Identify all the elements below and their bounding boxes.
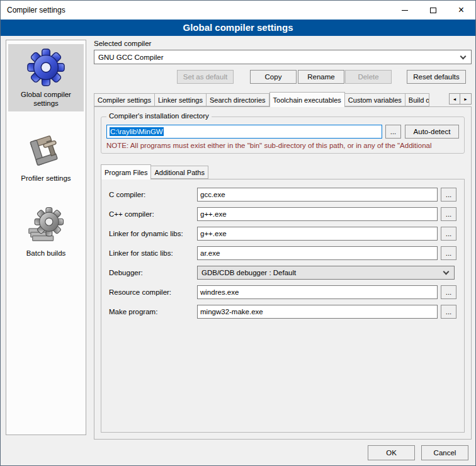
tab-linker-settings[interactable]: Linker settings	[155, 93, 207, 106]
debugger-label: Debugger:	[109, 269, 197, 276]
installation-directory-groupbox: Compiler's installation directory C:\ray…	[101, 116, 465, 154]
debugger-value: GDB/CDB debugger : Default	[201, 269, 296, 276]
resource-compiler-input[interactable]: windres.exe	[197, 285, 438, 299]
ok-button[interactable]: OK	[368, 445, 415, 460]
profiler-tool-icon	[26, 132, 65, 171]
resource-compiler-label: Resource compiler:	[109, 288, 197, 296]
tab-additional-paths[interactable]: Additional Paths	[151, 166, 208, 179]
rename-button[interactable]: Rename	[298, 70, 344, 84]
bin-subdirectory-note: NOTE: All programs must exist either in …	[106, 142, 459, 149]
dynamic-linker-label: Linker for dynamic libs:	[109, 230, 197, 237]
debugger-select[interactable]: GDB/CDB debugger : Default	[197, 266, 455, 280]
main-panel: Selected compiler GNU GCC Compiler Set a…	[94, 40, 472, 440]
tab-search-directories[interactable]: Search directories	[207, 93, 269, 106]
tab-program-files[interactable]: Program Files	[101, 164, 151, 179]
form-row-make-program: Make program: mingw32-make.exe ...	[109, 305, 456, 319]
selected-compiler-value: GNU GCC Compiler	[98, 54, 164, 61]
dynamic-linker-browse-button[interactable]: ...	[441, 227, 456, 241]
make-program-browse-button[interactable]: ...	[441, 305, 456, 319]
selected-compiler-label: Selected compiler	[94, 40, 472, 47]
minimize-icon	[402, 10, 408, 11]
cpp-compiler-value: g++.exe	[200, 210, 227, 218]
make-program-value: mingw32-make.exe	[200, 308, 263, 315]
chevron-down-icon	[443, 269, 450, 275]
tab-scroll-right-button[interactable]: ►	[460, 93, 472, 105]
form-row-resource-compiler: Resource compiler: windres.exe ...	[109, 285, 456, 299]
c-compiler-label: C compiler:	[109, 191, 197, 198]
sidebar-item-label: Batch builds	[26, 249, 66, 258]
tab-custom-variables[interactable]: Custom variables	[345, 93, 405, 106]
tab-scroll-controls: ◄ ►	[449, 93, 472, 105]
sidebar-item-batch-builds[interactable]: Batch builds	[8, 203, 84, 261]
dialog-header: Global compiler settings	[1, 20, 475, 36]
static-linker-browse-button[interactable]: ...	[441, 246, 456, 260]
copy-button[interactable]: Copy	[250, 70, 297, 84]
resource-compiler-browse-button[interactable]: ...	[441, 285, 456, 299]
selected-compiler-select[interactable]: GNU GCC Compiler	[94, 50, 472, 64]
form-row-c-compiler: C compiler: gcc.exe ...	[109, 188, 456, 202]
settings-tabstrip: Compiler settings Linker settings Search…	[94, 92, 472, 106]
reset-defaults-button[interactable]: Reset defaults	[407, 70, 466, 84]
window-title: Compiler settings	[1, 6, 390, 14]
toolchain-executables-panel: Compiler's installation directory C:\ray…	[94, 106, 472, 440]
sidebar-item-label: Global compiler settings	[9, 90, 82, 108]
auto-detect-button[interactable]: Auto-detect	[405, 125, 459, 139]
dynamic-linker-input[interactable]: g++.exe	[197, 227, 438, 241]
compiler-actions: Set as default Copy Rename Delete Reset …	[94, 70, 472, 84]
static-linker-value: ar.exe	[200, 249, 220, 257]
sidebar-item-global-compiler-settings[interactable]: Global compiler settings	[8, 44, 84, 111]
titlebar: Compiler settings ×	[1, 1, 475, 20]
installation-directory-value: C:\raylib\MinGW	[110, 127, 164, 136]
dynamic-linker-value: g++.exe	[200, 230, 227, 237]
settings-sidebar: Global compiler settings Profiler settin…	[6, 40, 86, 435]
sidebar-item-profiler-settings[interactable]: Profiler settings	[8, 128, 84, 186]
installation-directory-browse-button[interactable]: ...	[385, 125, 401, 139]
form-row-debugger: Debugger: GDB/CDB debugger : Default	[109, 266, 456, 280]
installation-directory-input[interactable]: C:\raylib\MinGW	[106, 125, 382, 139]
tab-scroll-left-button[interactable]: ◄	[449, 93, 460, 105]
tab-compiler-settings[interactable]: Compiler settings	[94, 93, 155, 106]
tab-build-options[interactable]: Build options	[405, 93, 429, 106]
dialog-footer: OK Cancel	[368, 445, 468, 460]
delete-button[interactable]: Delete	[345, 70, 392, 84]
maximize-icon	[430, 8, 436, 13]
make-program-label: Make program:	[109, 308, 197, 315]
form-row-dynamic-linker: Linker for dynamic libs: g++.exe ...	[109, 227, 456, 241]
make-program-input[interactable]: mingw32-make.exe	[197, 305, 438, 319]
cpp-compiler-label: C++ compiler:	[109, 210, 197, 218]
gear-icon	[26, 48, 65, 87]
compiler-settings-window: Compiler settings × Global compiler sett…	[0, 0, 476, 466]
installation-directory-title: Compiler's installation directory	[106, 112, 212, 120]
cpp-compiler-input[interactable]: g++.exe	[197, 207, 438, 221]
maximize-button[interactable]	[419, 1, 447, 20]
resource-compiler-value: windres.exe	[200, 288, 239, 296]
gray-gear-stack-icon	[26, 207, 65, 246]
chevron-down-icon	[460, 53, 467, 59]
form-row-cpp-compiler: C++ compiler: g++.exe ...	[109, 207, 456, 221]
sidebar-item-label: Profiler settings	[21, 174, 71, 183]
form-row-static-linker: Linker for static libs: ar.exe ...	[109, 246, 456, 260]
c-compiler-value: gcc.exe	[200, 191, 225, 198]
close-button[interactable]: ×	[447, 1, 475, 20]
static-linker-label: Linker for static libs:	[109, 249, 197, 257]
close-icon: ×	[458, 5, 464, 15]
c-compiler-browse-button[interactable]: ...	[441, 188, 456, 202]
installation-directory-row: C:\raylib\MinGW ... Auto-detect	[106, 125, 459, 139]
program-files-panel: C compiler: gcc.exe ... C++ compiler: g+…	[101, 179, 465, 433]
c-compiler-input[interactable]: gcc.exe	[197, 188, 438, 202]
cancel-button[interactable]: Cancel	[421, 445, 468, 460]
tab-toolchain-executables[interactable]: Toolchain executables	[269, 92, 345, 107]
static-linker-input[interactable]: ar.exe	[197, 246, 438, 260]
minimize-button[interactable]	[390, 1, 419, 20]
program-files-tabstrip: Program Files Additional Paths	[101, 164, 465, 179]
cpp-compiler-browse-button[interactable]: ...	[441, 207, 456, 221]
set-as-default-button[interactable]: Set as default	[177, 70, 234, 84]
